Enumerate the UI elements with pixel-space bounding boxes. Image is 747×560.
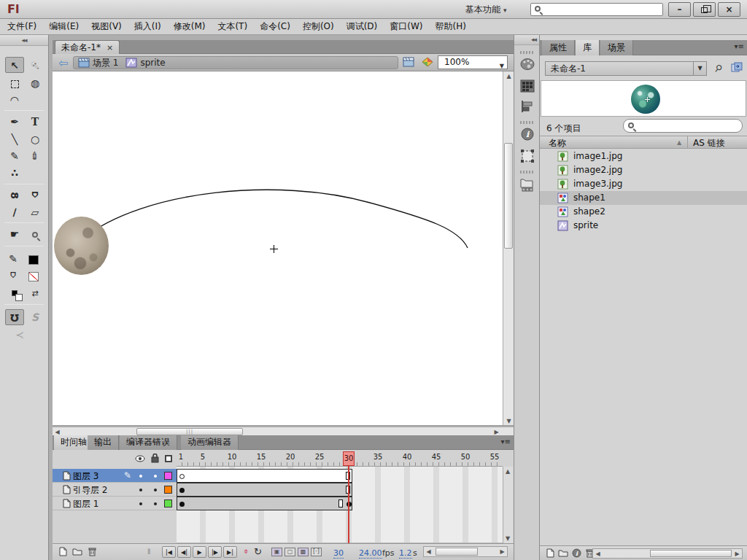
- layer-name[interactable]: 图层 3: [73, 470, 98, 483]
- elapsed-time-field[interactable]: 1.2: [399, 548, 412, 559]
- layer-visibility-dot[interactable]: [139, 489, 142, 491]
- library-horizontal-scrollbar[interactable]: ◀ ▶: [592, 548, 743, 559]
- menu-window[interactable]: 窗口(W): [390, 20, 422, 33]
- panel-menu-icon[interactable]: ▾≡: [735, 42, 744, 50]
- pen-tool[interactable]: ✒: [5, 114, 24, 130]
- layer-visibility-dot[interactable]: [139, 475, 142, 478]
- pencil-tool[interactable]: ✎: [5, 148, 24, 164]
- frame-span-layer1[interactable]: [177, 497, 352, 510]
- tab-close-icon[interactable]: ×: [107, 43, 113, 52]
- scroll-down-icon[interactable]: ▼: [504, 416, 514, 426]
- color-panel-icon[interactable]: [519, 57, 535, 73]
- breadcrumb-symbol[interactable]: sprite: [140, 58, 165, 68]
- layer-lock-dot[interactable]: [154, 502, 157, 505]
- eraser-tool[interactable]: ▱: [26, 204, 44, 220]
- onion-skin-button[interactable]: ▣: [271, 548, 282, 556]
- horizontal-scroll-thumb[interactable]: |||: [136, 428, 243, 435]
- library-item-sprite[interactable]: sprite: [540, 219, 747, 233]
- frame-span-layer3[interactable]: [177, 469, 352, 483]
- transform-panel-icon[interactable]: [519, 149, 535, 165]
- layer-name[interactable]: 图层 1: [73, 498, 98, 510]
- snap-to-objects-button[interactable]: Ω: [5, 309, 24, 325]
- library-item-image2[interactable]: image2.jpg: [540, 163, 747, 177]
- layer-color-swatch[interactable]: [164, 486, 172, 494]
- new-library-panel-icon[interactable]: [731, 62, 743, 72]
- 3d-rotation-tool[interactable]: ◍: [26, 75, 44, 91]
- swap-colors-button[interactable]: ⇄: [26, 284, 44, 300]
- bone-tool[interactable]: 8: [5, 187, 24, 203]
- menu-debug[interactable]: 调试(D): [347, 20, 378, 33]
- menu-view[interactable]: 视图(V): [91, 20, 122, 33]
- layer-color-swatch[interactable]: [164, 499, 172, 508]
- layer-row-3[interactable]: 图层 3 ✎: [53, 469, 177, 483]
- column-as-linkage[interactable]: AS 链接: [693, 137, 725, 149]
- show-hide-all-layers-icon[interactable]: [135, 455, 145, 462]
- library-scroll-thumb[interactable]: [650, 550, 732, 557]
- library-document-select[interactable]: 未命名-1▼: [545, 61, 707, 76]
- new-folder-button[interactable]: [71, 547, 83, 557]
- loop-playback-icon[interactable]: ↻: [254, 546, 262, 557]
- lasso-tool[interactable]: ◠: [5, 92, 24, 108]
- buttons-panel-icon[interactable]: [519, 176, 535, 192]
- tab-output[interactable]: 输出: [88, 435, 119, 450]
- text-tool[interactable]: T: [26, 114, 44, 130]
- pin-icon[interactable]: ⚲: [712, 62, 724, 75]
- back-arrow-icon[interactable]: ⇦: [58, 56, 68, 70]
- close-button[interactable]: ×: [718, 2, 740, 17]
- document-tab[interactable]: 未命名-1*×: [55, 40, 120, 54]
- onion-skin-outlines-button[interactable]: ▢: [285, 548, 295, 556]
- layer-lock-dot[interactable]: [154, 489, 157, 491]
- selection-tool[interactable]: ↖: [5, 57, 24, 73]
- scroll-left-icon[interactable]: ◀: [424, 547, 433, 556]
- free-transform-tool[interactable]: [5, 75, 24, 91]
- modify-markers-button[interactable]: [·]: [311, 548, 322, 556]
- collapse-panel-icon[interactable]: ◂◂: [0, 35, 48, 46]
- moon-image[interactable]: [54, 217, 109, 275]
- library-item-image1[interactable]: image1.jpg: [540, 149, 747, 163]
- brush-tool[interactable]: ✐: [26, 148, 44, 164]
- eyedropper-tool[interactable]: ∕: [5, 204, 24, 220]
- layer-row-1[interactable]: 图层 1: [53, 497, 177, 510]
- timeline-scroll-thumb[interactable]: [436, 548, 478, 556]
- outline-all-layers-icon[interactable]: [165, 455, 172, 462]
- menu-edit[interactable]: 编辑(E): [49, 20, 79, 33]
- minimize-button[interactable]: –: [668, 2, 691, 17]
- current-frame-field[interactable]: 30: [333, 548, 344, 559]
- canvas-vertical-scrollbar[interactable]: ▲ ▼: [503, 71, 514, 426]
- step-back-button[interactable]: ◀|: [177, 546, 191, 558]
- menu-insert[interactable]: 插入(I): [134, 20, 161, 33]
- scroll-right-icon[interactable]: ▶: [732, 549, 742, 559]
- layer-color-swatch[interactable]: [164, 472, 172, 480]
- workspace-switcher[interactable]: 基本功能▾: [465, 4, 507, 16]
- scroll-right-icon[interactable]: ▶: [498, 547, 507, 556]
- breadcrumb-scene[interactable]: 场景 1: [93, 57, 118, 69]
- info-panel-icon[interactable]: i: [519, 127, 535, 143]
- zoom-level-select[interactable]: 100%▼: [438, 55, 508, 69]
- playhead[interactable]: 30: [343, 451, 355, 466]
- expand-panels-icon[interactable]: ◂◂: [514, 35, 539, 45]
- restore-button[interactable]: [693, 2, 716, 17]
- go-to-last-frame-button[interactable]: ▶|: [223, 546, 237, 558]
- subselection-tool[interactable]: ↖: [26, 57, 44, 73]
- tab-scene[interactable]: 场景: [600, 40, 633, 55]
- column-name[interactable]: 名称: [549, 137, 566, 149]
- deco-tool[interactable]: ∴: [5, 165, 24, 181]
- library-item-shape1[interactable]: shape1: [540, 191, 747, 205]
- menu-control[interactable]: 控制(O): [303, 20, 334, 33]
- layer-name[interactable]: 引导层 2: [73, 484, 107, 497]
- panel-menu-icon[interactable]: ▾≡: [501, 438, 511, 446]
- layer-row-guide[interactable]: 引导层 2: [53, 483, 177, 497]
- line-tool[interactable]: ╲: [5, 131, 24, 147]
- scroll-left-icon[interactable]: ◀: [593, 549, 603, 559]
- layer-visibility-dot[interactable]: [139, 502, 142, 505]
- menu-modify[interactable]: 修改(M): [174, 20, 206, 33]
- timeline-vertical-scrollbar[interactable]: ▲ ▼: [503, 467, 513, 543]
- tab-library[interactable]: 库: [576, 40, 600, 55]
- hand-tool[interactable]: ☛: [5, 226, 24, 242]
- paint-bucket-tool[interactable]: ⌂: [26, 187, 44, 203]
- scroll-down-icon[interactable]: ▼: [503, 534, 512, 543]
- sort-ascending-icon[interactable]: ▲: [677, 139, 681, 146]
- scroll-up-icon[interactable]: ▲: [503, 467, 512, 476]
- library-search-input[interactable]: [623, 119, 743, 133]
- fill-color-swatch[interactable]: [24, 268, 43, 284]
